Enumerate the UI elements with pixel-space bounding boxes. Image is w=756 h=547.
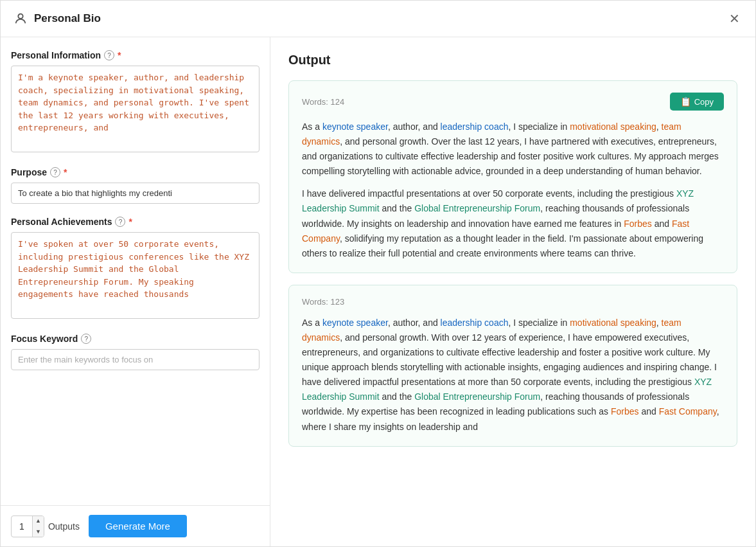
achievements-group: Personal Achievements ? * I've spoken at… [11, 217, 259, 321]
personal-info-help-icon[interactable]: ? [104, 50, 114, 60]
svg-point-0 [18, 14, 22, 19]
achievements-required: * [128, 217, 132, 227]
copy-icon-1: 📋 [680, 96, 691, 107]
output-title: Output [288, 53, 737, 67]
card-2-body: As a keynote speaker, author, and leader… [302, 316, 724, 435]
bottom-bar: 1 ▲ ▼ Outputs Generate More [1, 505, 270, 546]
spinner-down-button[interactable]: ▼ [33, 526, 44, 537]
personal-info-required: * [118, 50, 121, 60]
card-1-word-count: Words: 124 [302, 97, 344, 107]
left-scroll-inner: Personal Information ? * I'm a keynote s… [11, 50, 270, 370]
focus-keyword-label: Focus Keyword ? [11, 334, 259, 344]
card-2-word-count: Words: 123 [302, 297, 344, 307]
purpose-label-text: Purpose [11, 167, 47, 177]
card-1-para-2: I have delivered impactful presentations… [302, 186, 724, 260]
right-panel: Output Words: 124 📋 Copy As a keynote sp… [270, 37, 755, 546]
modal-title: Personal Bio [34, 12, 101, 25]
copy-label-1: Copy [694, 97, 714, 107]
achievements-label: Personal Achievements ? * [11, 217, 259, 227]
outputs-label: Outputs [48, 521, 80, 532]
modal: Personal Bio ✕ Personal Information ? * [0, 0, 756, 547]
purpose-group: Purpose ? * To create a bio that highlig… [11, 167, 259, 204]
left-scroll: Personal Information ? * I'm a keynote s… [1, 37, 270, 505]
personal-info-label: Personal Information ? * [11, 50, 259, 60]
output-card-1: Words: 124 📋 Copy As a keynote speaker, … [288, 80, 737, 273]
modal-header-left: Personal Bio [13, 12, 101, 26]
left-panel: Personal Information ? * I'm a keynote s… [1, 37, 270, 546]
card-2-para-1: As a keynote speaker, author, and leader… [302, 316, 724, 435]
purpose-help-icon[interactable]: ? [50, 167, 60, 177]
focus-keyword-label-text: Focus Keyword [11, 334, 78, 344]
purpose-input[interactable]: To create a bio that highlights my crede… [11, 183, 259, 204]
card-1-body: As a keynote speaker, author, and leader… [302, 120, 724, 261]
modal-body: Personal Information ? * I'm a keynote s… [1, 37, 755, 546]
achievements-textarea[interactable]: I've spoken at over 50 corporate events,… [11, 232, 259, 319]
person-icon [13, 12, 28, 26]
personal-info-label-text: Personal Information [11, 50, 101, 60]
achievements-help-icon[interactable]: ? [115, 217, 125, 227]
purpose-required: * [64, 167, 67, 177]
close-button[interactable]: ✕ [726, 10, 743, 28]
spinner-up-button[interactable]: ▲ [33, 516, 44, 526]
achievements-label-text: Personal Achievements [11, 217, 112, 227]
number-spinners: ▲ ▼ [32, 516, 44, 537]
close-icon: ✕ [729, 12, 740, 26]
output-card-2: Words: 123 As a keynote speaker, author,… [288, 285, 737, 447]
outputs-number-input[interactable]: 1 [12, 521, 32, 532]
generate-more-button[interactable]: Generate More [89, 515, 187, 537]
personal-info-textarea[interactable]: I'm a keynote speaker, author, and leade… [11, 66, 259, 152]
focus-keyword-input[interactable] [11, 349, 259, 370]
focus-keyword-group: Focus Keyword ? [11, 334, 259, 370]
number-input-wrap: 1 ▲ ▼ [11, 516, 44, 537]
personal-info-group: Personal Information ? * I'm a keynote s… [11, 50, 259, 154]
copy-button-1[interactable]: 📋 Copy [670, 93, 724, 111]
purpose-label: Purpose ? * [11, 167, 259, 177]
card-2-header: Words: 123 [302, 297, 724, 307]
card-1-header: Words: 124 📋 Copy [302, 93, 724, 111]
modal-header: Personal Bio ✕ [1, 1, 755, 37]
card-1-para-1: As a keynote speaker, author, and leader… [302, 120, 724, 179]
outputs-control: 1 ▲ ▼ Outputs [11, 516, 80, 537]
focus-keyword-help-icon[interactable]: ? [81, 334, 91, 344]
